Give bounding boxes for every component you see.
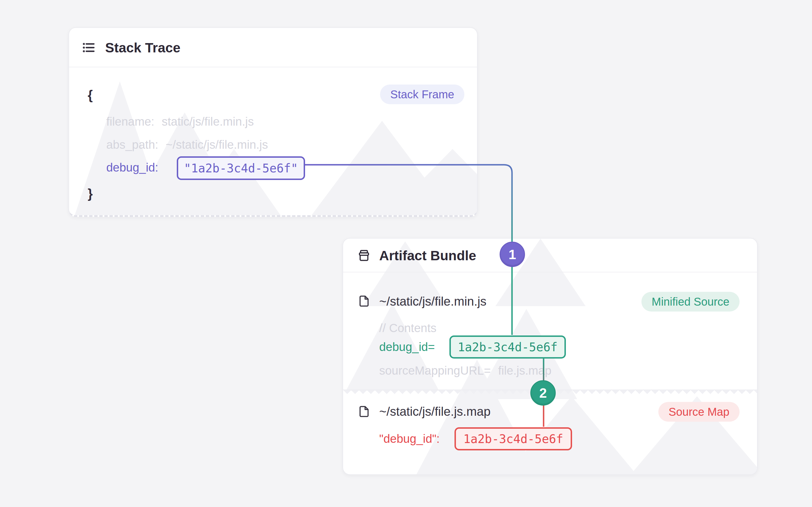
source-mapping-url-value: file.js.map (498, 364, 552, 378)
abs-path-line: abs_path: ~/static/js/file.min.js (106, 138, 268, 152)
bundle-debug-id-box: 1a2b-3c4d-5e6f (449, 335, 566, 358)
minified-file-path: ~/static/js/file.min.js (379, 294, 486, 308)
file-icon (358, 295, 371, 307)
step-1-marker: 1 (500, 242, 525, 267)
bundle-debug-id-key: debug_id= (379, 340, 435, 354)
filename-value: static/js/file.min.js (161, 115, 254, 128)
source-map-badge: Source Map (658, 402, 740, 421)
source-mapping-url-line: sourceMappingURL= file.js.map (379, 364, 552, 378)
bundle-debug-id-line: debug_id= (379, 340, 435, 354)
debug-id-line: debug_id: (106, 161, 158, 174)
close-brace: } (88, 186, 93, 201)
stack-trace-title: Stack Trace (105, 40, 181, 55)
debug-id-key: debug_id: (106, 161, 158, 174)
source-mapping-url-key: sourceMappingURL= (379, 364, 491, 378)
stack-trace-card: Stack Trace Stack Frame { filename: stat… (68, 27, 477, 217)
file-icon (358, 405, 371, 418)
diagram-canvas: Stack Trace Stack Frame { filename: stat… (0, 0, 812, 507)
stack-trace-debug-id-box: "1a2b-3c4d-5e6f" (177, 156, 305, 180)
step-2-marker: 2 (530, 380, 556, 406)
filename-key: filename: (106, 115, 154, 128)
sourcemap-debug-id-key: "debug_id": (379, 432, 440, 446)
archive-icon (357, 249, 371, 262)
sourcemap-debug-id-line: "debug_id": (379, 432, 440, 446)
list-icon (82, 41, 96, 54)
open-brace: { (88, 87, 93, 103)
artifact-bundle-title: Artifact Bundle (379, 248, 476, 263)
contents-comment: // Contents (379, 321, 437, 335)
stack-frame-badge: Stack Frame (380, 84, 464, 104)
sourcemap-debug-id-box: 1a2b-3c4d-5e6f (455, 427, 572, 450)
filename-line: filename: static/js/file.min.js (106, 115, 254, 128)
abs-path-key: abs_path: (106, 138, 158, 152)
abs-path-value: ~/static/js/file.min.js (166, 138, 268, 152)
minified-source-badge: Minified Source (642, 292, 740, 312)
artifact-bundle-card: Artifact Bundle ~/static/js/file.min.js … (343, 238, 758, 475)
contents-comment-line: // Contents (379, 321, 437, 335)
sourcemap-file-path: ~/static/js/file.js.map (379, 404, 491, 418)
